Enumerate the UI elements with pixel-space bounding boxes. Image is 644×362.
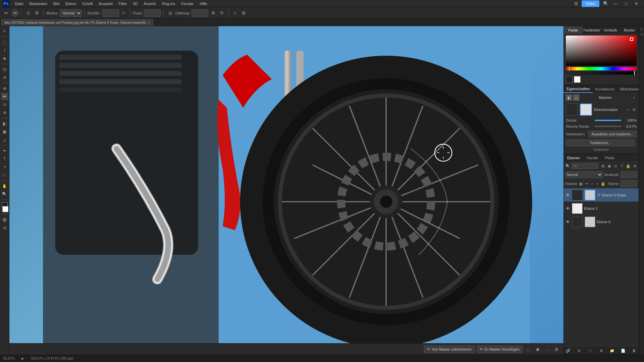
- tab-verlaeufe[interactable]: Verläufe: [601, 26, 620, 34]
- layer-vis-ebene-0-kopie[interactable]: 👁: [565, 192, 571, 198]
- window-close[interactable]: ✕: [631, 1, 641, 6]
- layers-search-input[interactable]: [572, 163, 598, 169]
- tool-eraser[interactable]: ◧: [1, 120, 8, 127]
- canvas-container[interactable]: [9, 26, 564, 345]
- props-tab-bibliotheken[interactable]: Bibliotheken: [617, 85, 639, 93]
- blend-mode-select[interactable]: Normal: [565, 171, 603, 178]
- tool-preset-picker[interactable]: ✏: [3, 9, 10, 17]
- arrow-btn[interactable]: ▶: [21, 357, 24, 360]
- layers-tab-ebenen[interactable]: Ebenen: [564, 154, 583, 162]
- tool-clone-stamp[interactable]: ⊙: [1, 101, 8, 108]
- layers-tab-pfade[interactable]: Pfade: [601, 154, 618, 162]
- link-layers-btn[interactable]: 🔗: [565, 348, 571, 354]
- glattung-settings-icon[interactable]: ⚙: [210, 9, 217, 17]
- tool-lasso[interactable]: ⌇: [1, 47, 8, 54]
- menu-filter[interactable]: Filter: [116, 1, 129, 6]
- menu-fenster[interactable]: Fenster: [178, 1, 196, 6]
- add-to-mask-button[interactable]: ✏ Zu Maske hinzufügen: [477, 346, 523, 353]
- ebenenmaske-btn-2[interactable]: ⚙: [631, 107, 637, 112]
- layer-adjustment-btn[interactable]: ⊕: [598, 348, 604, 354]
- color-gradient-picker[interactable]: [566, 36, 637, 66]
- props-tab-korrekturen[interactable]: Korrekturen: [593, 85, 617, 93]
- tool-pen[interactable]: ✒: [1, 147, 8, 155]
- window-minimize[interactable]: —: [610, 1, 621, 6]
- weiche-kante-slider[interactable]: [595, 126, 621, 127]
- lock-pixels-btn[interactable]: ✏: [585, 181, 589, 187]
- tool-extra-2[interactable]: ⊞: [1, 224, 8, 231]
- tool-text[interactable]: T: [1, 155, 8, 163]
- airbrush-icon[interactable]: ◎: [166, 9, 174, 17]
- menu-hilfe[interactable]: Hilfe: [197, 1, 210, 6]
- layers-tab-kanaele[interactable]: Kanäle: [583, 154, 601, 162]
- layers-btn-link[interactable]: ⊙: [613, 163, 619, 169]
- window-restore[interactable]: □: [622, 1, 631, 6]
- layer-mask-btn[interactable]: □: [587, 348, 593, 354]
- mask-tool-4[interactable]: ⊞: [553, 346, 560, 353]
- layers-search-icon[interactable]: 🔍: [565, 163, 571, 169]
- lock-all-btn[interactable]: 🔒: [601, 181, 605, 187]
- tool-selection-rect[interactable]: ⬚: [1, 39, 8, 46]
- lock-position-btn[interactable]: ↔: [590, 181, 594, 187]
- tool-quick-select[interactable]: ◈: [1, 55, 8, 62]
- props-tab-eigenschaften[interactable]: Eigenschaften: [564, 85, 593, 93]
- lock-artboard-btn[interactable]: +: [595, 181, 599, 187]
- background-swatch[interactable]: [574, 76, 581, 83]
- angle-icon[interactable]: ↻: [218, 9, 226, 17]
- modus-select[interactable]: Normal: [60, 9, 82, 17]
- panel-strip-btn-1[interactable]: □: [640, 27, 642, 31]
- layer-row-ebene-0-kopie[interactable]: 👁 🔗 Ebene 0 Kopie: [564, 188, 639, 202]
- layer-vis-ebene-0[interactable]: 👁: [565, 219, 571, 225]
- tool-zoom[interactable]: 🔍: [1, 190, 8, 198]
- mask-tool-3[interactable]: …: [543, 346, 551, 353]
- tab-farbe[interactable]: Farbe: [564, 26, 583, 34]
- tool-history-brush[interactable]: ⊛: [1, 109, 8, 116]
- delete-layer-btn[interactable]: 🗑: [631, 348, 637, 354]
- tab-muster[interactable]: Muster: [620, 26, 639, 34]
- pressure-icon[interactable]: ⊹: [231, 9, 239, 17]
- layers-btn-filter[interactable]: ⊛: [632, 163, 637, 169]
- menu-ebene[interactable]: Ebene: [63, 1, 79, 6]
- menu-bild[interactable]: Bild: [51, 1, 62, 6]
- mask-tool-2[interactable]: ◉: [534, 346, 541, 353]
- menu-plugins[interactable]: Plug-ins: [159, 1, 178, 6]
- layers-btn-grid[interactable]: ⊞: [600, 163, 606, 169]
- brush-settings-icon[interactable]: ⚙: [33, 9, 41, 17]
- menu-auswahl[interactable]: Auswahl: [96, 1, 115, 6]
- document-tab[interactable]: bike-3073082 nattapol deejitwasin auf Pi…: [1, 19, 153, 26]
- tool-brush[interactable]: ✏: [1, 93, 8, 100]
- layers-btn-visibility[interactable]: ◉: [607, 163, 612, 169]
- lock-transparent-btn[interactable]: ◧: [579, 181, 583, 187]
- tool-eyedropper[interactable]: ⊘: [1, 74, 8, 81]
- fluss-input[interactable]: 100%: [144, 9, 161, 17]
- deckkraft-input[interactable]: 100%: [102, 9, 119, 17]
- menu-schrift[interactable]: Schrift: [79, 1, 95, 6]
- background-color-swatch[interactable]: [2, 206, 8, 212]
- layers-btn-style[interactable]: T: [619, 163, 625, 169]
- tool-path-select[interactable]: ↗: [1, 163, 8, 171]
- deckkraft-input-layers[interactable]: 100%: [621, 171, 637, 178]
- tool-blur[interactable]: △: [1, 136, 8, 143]
- symmetry-icon[interactable]: ⊞: [240, 9, 248, 17]
- canvas-area[interactable]: ✏ Von Maske subtrahieren ✏ Zu Maske hinz…: [9, 26, 564, 355]
- menu-bearbeiten[interactable]: Bearbeiten: [27, 1, 50, 6]
- hue-slider[interactable]: [566, 67, 637, 70]
- layer-effects-btn[interactable]: fx: [576, 348, 582, 354]
- tool-hand[interactable]: ✋: [1, 182, 8, 190]
- layer-row-ebene-1[interactable]: 👁 Ebene 1: [564, 202, 639, 215]
- share-button[interactable]: Teilen: [582, 0, 599, 7]
- farbbereich-button[interactable]: Farbbereich...: [566, 139, 635, 146]
- alpha-slider[interactable]: [566, 71, 637, 75]
- layers-btn-smart[interactable]: 🔒: [626, 163, 631, 169]
- auswaehlen-maskieren-button[interactable]: Auswählen und maskieren...: [588, 131, 637, 137]
- tool-extra-1[interactable]: ⊕: [1, 216, 8, 223]
- new-layer-btn[interactable]: 📄: [620, 348, 626, 354]
- deckkraft-icon[interactable]: ⊙: [120, 9, 127, 17]
- foreground-swatch[interactable]: [566, 76, 573, 83]
- new-group-btn[interactable]: 📁: [609, 348, 615, 354]
- tool-move[interactable]: ↖: [1, 27, 8, 35]
- tab-close-button[interactable]: ×: [148, 21, 150, 24]
- tool-spot-heal[interactable]: ⊕: [1, 85, 8, 92]
- tool-crop[interactable]: ⊡: [1, 66, 8, 73]
- tab-farbfelder[interactable]: Farbfelder: [583, 26, 601, 34]
- menu-ansicht[interactable]: Ansicht: [141, 1, 158, 6]
